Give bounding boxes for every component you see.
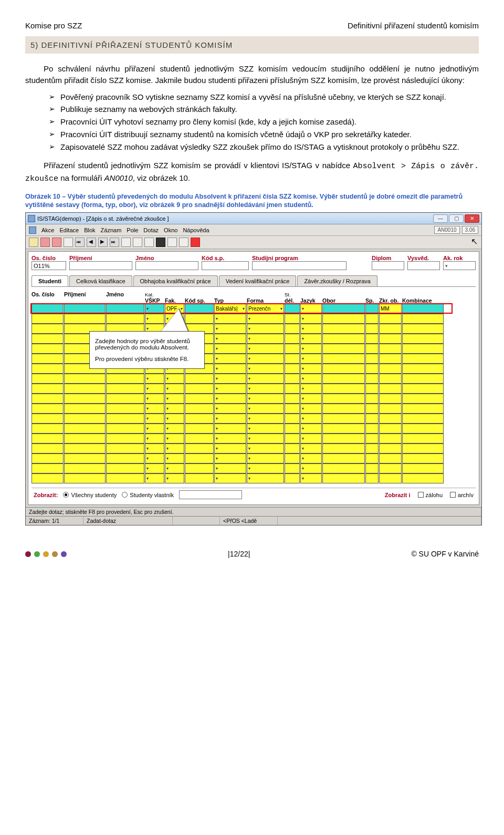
grid-cell[interactable] [64, 473, 106, 483]
grid-cell[interactable] [300, 384, 322, 394]
grid-cell[interactable] [185, 453, 214, 463]
grid-cell[interactable] [300, 404, 322, 414]
grid-cell[interactable] [214, 414, 246, 424]
grid-cell[interactable] [285, 364, 300, 374]
grid-cell[interactable] [165, 453, 184, 463]
grid-cell[interactable] [214, 354, 246, 364]
first-record-icon[interactable] [75, 238, 85, 247]
grid-cell[interactable] [32, 334, 64, 344]
grid-cell[interactable] [365, 414, 379, 424]
grid-cell[interactable] [379, 394, 402, 404]
grid-cell[interactable] [165, 434, 184, 444]
grid-cell[interactable] [379, 324, 402, 334]
grid-cell[interactable] [247, 344, 284, 354]
grid-cell[interactable] [285, 453, 300, 463]
grid-cell[interactable] [32, 354, 64, 364]
grid-cell[interactable] [322, 434, 365, 444]
grid-cell[interactable] [365, 444, 379, 453]
grid-cell[interactable] [145, 384, 164, 394]
grid-cell[interactable] [285, 463, 300, 473]
grid-cell[interactable] [322, 344, 365, 354]
grid-cell[interactable] [285, 434, 300, 444]
grid-cell[interactable] [64, 463, 106, 473]
menu-item[interactable]: Záznam [101, 227, 122, 233]
grid-cell[interactable] [402, 473, 444, 483]
grid-cell[interactable] [106, 314, 144, 324]
grid-cell[interactable] [214, 364, 246, 374]
prev-record-icon[interactable] [87, 238, 96, 247]
grid-cell[interactable] [185, 463, 214, 473]
toolbar-btn[interactable] [144, 238, 154, 247]
grid-cell[interactable] [64, 314, 106, 324]
grid-cell[interactable] [214, 424, 246, 434]
tab-studenti[interactable]: Studenti [32, 275, 68, 286]
grid-cell[interactable] [145, 314, 164, 324]
grid-cell[interactable] [285, 444, 300, 453]
grid-cell[interactable] [402, 314, 444, 324]
grid-cell[interactable] [214, 334, 246, 344]
grid-cell[interactable] [32, 424, 64, 434]
grid-cell[interactable] [365, 434, 379, 444]
grid-cell[interactable] [165, 473, 184, 483]
grid-cell[interactable] [247, 314, 284, 324]
grid-cell[interactable] [285, 404, 300, 414]
grid-cell[interactable] [285, 304, 300, 314]
grid-cell[interactable] [322, 444, 365, 453]
grid-cell[interactable] [247, 463, 284, 473]
grid-cell[interactable] [32, 453, 64, 463]
cut-icon[interactable] [64, 238, 73, 247]
grid-cell[interactable] [185, 444, 214, 453]
grid-cell[interactable] [32, 324, 64, 334]
grid-cell[interactable] [379, 424, 402, 434]
grid-cell[interactable] [379, 444, 402, 453]
grid-cell[interactable] [32, 444, 64, 453]
grid-cell[interactable] [300, 304, 322, 314]
tab-obhajoba[interactable]: Obhajoba kvalifikační práce [133, 275, 218, 286]
grid-cell[interactable] [300, 374, 322, 384]
grid-cell[interactable] [214, 434, 246, 444]
grid-cell[interactable] [145, 394, 164, 404]
grid-cell[interactable] [285, 344, 300, 354]
grid-cell[interactable] [322, 364, 365, 374]
grid-cell[interactable] [285, 334, 300, 344]
grid-cell[interactable] [402, 444, 444, 453]
grid-cell[interactable] [214, 394, 246, 404]
input-vlastnik[interactable] [179, 490, 242, 499]
grid-cell[interactable] [300, 434, 322, 444]
grid-cell[interactable] [32, 374, 64, 384]
menu-item[interactable]: Editace [59, 227, 79, 233]
grid-cell[interactable] [106, 453, 144, 463]
grid-cell[interactable] [247, 334, 284, 344]
grid-cell[interactable] [214, 404, 246, 414]
grid-cell[interactable] [32, 384, 64, 394]
grid-cell[interactable] [106, 384, 144, 394]
grid-row[interactable] [32, 473, 476, 483]
grid-cell[interactable] [379, 374, 402, 384]
grid-cell[interactable] [165, 414, 184, 424]
grid-cell[interactable] [106, 473, 144, 483]
grid-cell[interactable] [379, 434, 402, 444]
grid-cell[interactable] [145, 434, 164, 444]
grid-cell[interactable] [322, 374, 365, 384]
grid-cell[interactable] [145, 424, 164, 434]
grid-row[interactable] [32, 453, 476, 463]
grid-row[interactable] [32, 424, 476, 434]
grid-cell[interactable] [185, 414, 214, 424]
grid-cell[interactable] [64, 414, 106, 424]
grid-cell[interactable] [300, 424, 322, 434]
grid-cell[interactable] [402, 414, 444, 424]
grid-cell[interactable] [247, 453, 284, 463]
toolbar-btn[interactable] [133, 238, 142, 247]
grid-cell[interactable] [379, 404, 402, 414]
grid-cell[interactable] [285, 414, 300, 424]
grid-cell[interactable] [365, 364, 379, 374]
grid-cell[interactable] [32, 414, 64, 424]
input-jmeno[interactable] [135, 261, 198, 270]
close-button[interactable]: ✕ [465, 214, 479, 223]
grid-cell[interactable] [165, 394, 184, 404]
grid-cell[interactable] [285, 384, 300, 394]
grid-cell[interactable] [322, 453, 365, 463]
grid-cell[interactable] [402, 304, 444, 314]
grid-row[interactable] [32, 434, 476, 444]
grid-cell[interactable] [322, 473, 365, 483]
